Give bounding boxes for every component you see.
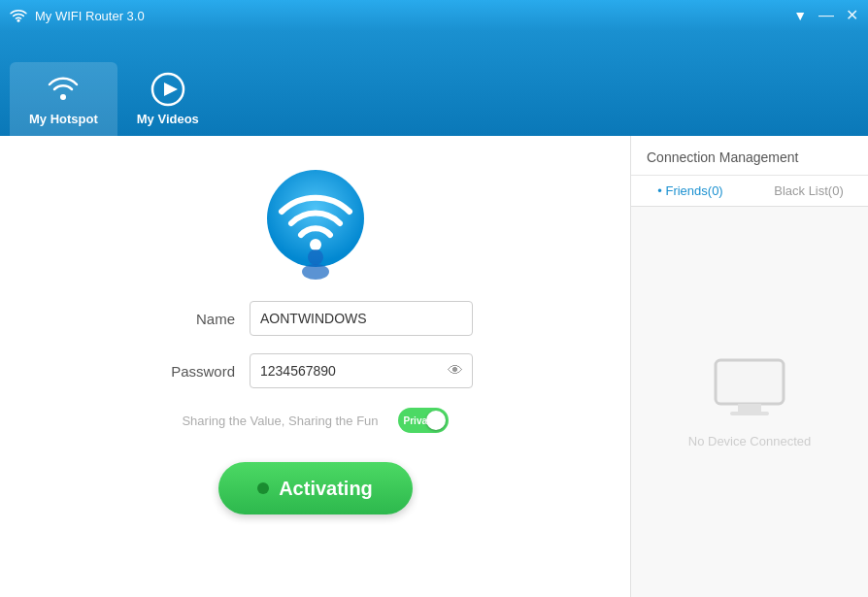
svg-marker-3 [164, 83, 178, 96]
hotspot-nav-icon [46, 72, 81, 107]
close-button[interactable]: ✕ [846, 8, 858, 23]
title-bar-left: My WIFI Router 3.0 [10, 7, 145, 24]
tab-friends[interactable]: Friends(0) [631, 176, 750, 206]
wifi-logo-svg [257, 165, 374, 282]
no-device-area: No Device Connected [631, 207, 868, 597]
svg-point-6 [308, 249, 323, 265]
svg-rect-9 [738, 404, 761, 412]
activate-label: Activating [279, 478, 373, 500]
monitor-icon [711, 355, 788, 422]
name-label: Name [157, 311, 235, 327]
tagline-row: Sharing the Value, Sharing the Fun Priva… [182, 408, 448, 433]
title-bar: My WIFI Router 3.0 ▼ — ✕ [0, 0, 868, 31]
name-input[interactable] [250, 301, 473, 336]
tagline-text: Sharing the Value, Sharing the Fun [182, 414, 378, 428]
eye-icon[interactable]: 👁 [448, 362, 463, 380]
svg-point-0 [17, 19, 20, 22]
password-input[interactable] [250, 353, 473, 388]
svg-point-1 [60, 94, 66, 100]
toggle-knob [426, 411, 446, 430]
activate-indicator [257, 482, 269, 494]
tab-blacklist[interactable]: Black List(0) [750, 176, 868, 206]
wifi-logo [257, 165, 374, 282]
app-logo-icon [10, 7, 27, 24]
nav-bar: My Hotspot My Videos [0, 31, 868, 136]
nav-item-videos[interactable]: My Videos [117, 62, 218, 136]
title-bar-controls: ▼ — ✕ [793, 8, 858, 23]
main-content: Name Password 👁 Sharing the Value, Shari… [0, 136, 868, 597]
password-row: Password 👁 [157, 353, 473, 388]
activate-button[interactable]: Activating [218, 462, 413, 514]
tray-wifi-icon[interactable]: ▼ [793, 8, 807, 23]
no-device-text: No Device Connected [688, 434, 811, 448]
svg-point-5 [310, 239, 321, 250]
monitor-svg [711, 355, 788, 418]
name-row: Name [157, 301, 473, 336]
minimize-button[interactable]: — [818, 8, 834, 23]
nav-item-hotspot[interactable]: My Hotspot [10, 62, 117, 136]
left-panel: Name Password 👁 Sharing the Value, Shari… [0, 136, 630, 597]
app-title: My WIFI Router 3.0 [35, 9, 145, 23]
svg-rect-8 [716, 360, 784, 404]
connection-mgmt-title: Connection Management [631, 136, 868, 176]
videos-nav-icon [150, 72, 185, 107]
private-toggle[interactable]: Private [398, 408, 449, 433]
nav-videos-label: My Videos [137, 112, 199, 126]
right-panel: Connection Management Friends(0) Black L… [630, 136, 868, 597]
svg-point-7 [302, 264, 329, 280]
password-input-wrap: 👁 [250, 353, 473, 388]
nav-hotspot-label: My Hotspot [29, 112, 98, 126]
form-area: Name Password 👁 Sharing the Value, Shari… [0, 301, 630, 433]
password-label: Password [157, 363, 235, 380]
svg-rect-10 [730, 412, 769, 415]
connection-tabs: Friends(0) Black List(0) [631, 176, 868, 207]
